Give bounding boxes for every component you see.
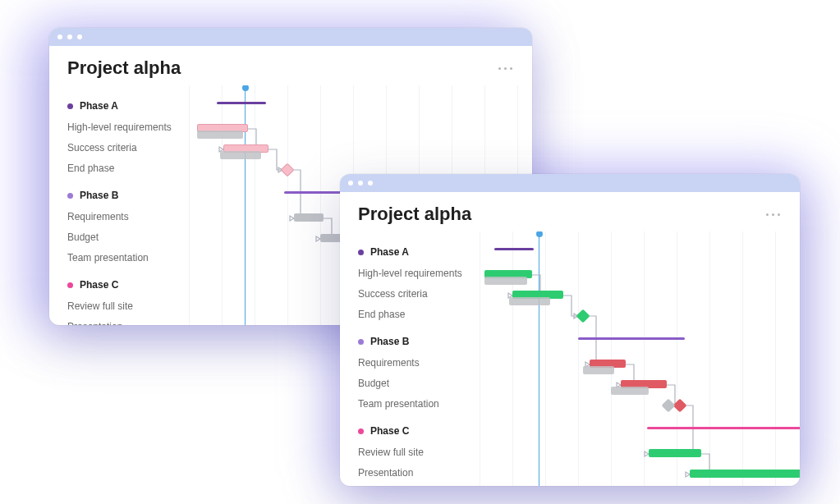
phase-heading-b: Phase B	[358, 336, 480, 347]
phase-heading-c: Phase C	[67, 279, 189, 291]
window-dot	[77, 34, 82, 39]
window-dot	[368, 181, 373, 186]
window-titlebar	[340, 174, 800, 192]
task-bar[interactable]	[690, 470, 800, 478]
phase-heading-c: Phase C	[358, 425, 480, 437]
task-label: High-level requirements	[358, 263, 480, 283]
task-label: End phase	[67, 158, 189, 178]
more-options-button[interactable]	[766, 213, 780, 216]
task-label: Budget	[67, 227, 189, 247]
task-bar-baseline[interactable]	[484, 277, 527, 285]
more-options-button[interactable]	[498, 67, 512, 70]
task-bar-baseline[interactable]	[197, 131, 243, 139]
task-label: Requirements	[67, 206, 189, 227]
task-bar[interactable]	[649, 449, 701, 457]
phase-heading-a: Phase A	[358, 246, 480, 258]
page-title: Project alpha	[358, 204, 471, 225]
task-bar-baseline[interactable]	[220, 151, 261, 159]
task-label: Budget	[358, 373, 480, 393]
task-bar-baseline[interactable]	[509, 297, 550, 305]
task-label: End phase	[358, 304, 480, 324]
page-title: Project alpha	[67, 57, 181, 79]
window-dot	[67, 34, 72, 39]
task-label: Team presentation	[67, 247, 189, 268]
phase-heading-a: Phase A	[67, 100, 189, 112]
window-dot	[348, 181, 353, 186]
window-dot	[57, 34, 62, 39]
task-label: Requirements	[358, 352, 480, 373]
window-dot	[358, 181, 363, 186]
gantt-window-actual: Project alpha Phase A High-level require…	[340, 174, 800, 486]
task-label: Review full site	[358, 442, 480, 462]
task-bar[interactable]	[294, 213, 324, 222]
gantt-chart[interactable]	[480, 231, 800, 486]
task-list: Phase A High-level requirements Success …	[49, 85, 189, 325]
task-label: Success criteria	[358, 283, 480, 304]
task-label: Presentation	[358, 462, 480, 483]
task-label: Review full site	[67, 296, 189, 316]
task-label: Presentation	[67, 316, 189, 325]
task-label: High-level requirements	[67, 117, 189, 137]
task-label: Team presentation	[358, 393, 480, 414]
task-bar-baseline[interactable]	[611, 387, 649, 395]
phase-summary-bar[interactable]	[217, 102, 266, 104]
task-label: Success criteria	[67, 137, 189, 158]
phase-summary-bar[interactable]	[647, 427, 800, 429]
window-titlebar	[49, 28, 532, 46]
phase-summary-bar[interactable]	[578, 337, 685, 340]
task-list: Phase A High-level requirements Success …	[340, 231, 480, 486]
phase-heading-b: Phase B	[67, 190, 189, 201]
task-bar-baseline[interactable]	[583, 366, 614, 374]
phase-summary-bar[interactable]	[494, 248, 534, 250]
